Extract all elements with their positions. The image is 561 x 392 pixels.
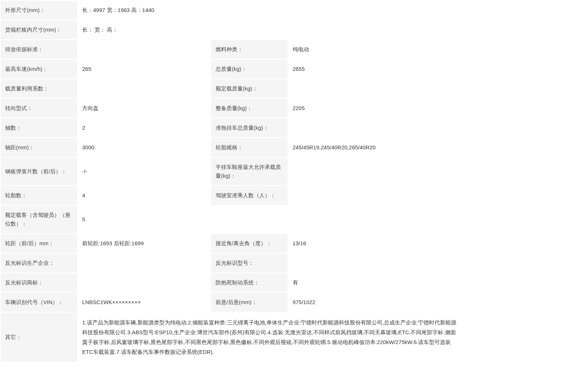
- value-max-speed: 265: [78, 60, 211, 78]
- label-cargo-dimensions: 货箱栏板内尺寸(mm)：: [1, 20, 77, 39]
- table-row: 轴数： 2 准拖挂车总质量(kg)：: [1, 118, 465, 137]
- table-row: 货箱栏板内尺寸(mm)： 长： 宽： 高：: [1, 20, 465, 39]
- label-fuel-type: 燃料种类：: [211, 40, 288, 59]
- vehicle-spec-table: 外形尺寸(mm)： 长：4997 宽：1963 高：1440 货箱栏板内尺寸(m…: [0, 0, 465, 363]
- value-reflector-brand: [78, 273, 211, 292]
- value-approach-angle: 13/16: [288, 234, 465, 253]
- table-row: 其它： 1.该产品为新能源车辆,新能源类型为纯电动.2.储能装置种类:三元锂离子…: [1, 312, 465, 362]
- value-other: 1.该产品为新能源车辆,新能源类型为纯电动.2.储能装置种类:三元锂离子电池,单…: [78, 312, 465, 362]
- label-overhang: 前悬/后悬(mm)：: [211, 293, 288, 312]
- value-dimensions: 长：4997 宽：1963 高：1440: [78, 1, 465, 20]
- table-row: 排放依据标准： 燃料种类： 纯电动: [1, 40, 465, 59]
- value-cargo-dimensions: 长： 宽： 高：: [78, 20, 465, 39]
- label-dimensions: 外形尺寸(mm)：: [1, 1, 77, 20]
- table-row: 车辆识别代号（VIN）： LNBSC1WK××××××××× 前悬/后悬(mm)…: [1, 293, 465, 312]
- label-emission-standard: 排放依据标准：: [1, 40, 77, 59]
- label-approach-angle: 接近角/离去角（度）：: [211, 234, 288, 253]
- value-load-factor: [78, 79, 211, 98]
- table-row: 转向型式： 方向盘 整备质量(kg)： 2205: [1, 99, 465, 118]
- value-fuel-type: 纯电动: [288, 40, 465, 59]
- label-cab-capacity: 驾驶室准乘人数（人）：: [211, 186, 288, 205]
- value-leaf-spring: -/-: [78, 158, 211, 185]
- value-reflector-maker: [78, 254, 211, 272]
- label-reflector-brand: 反光标识商标：: [1, 273, 77, 292]
- table-row: 外形尺寸(mm)： 长：4997 宽：1963 高：1440: [1, 1, 465, 20]
- value-track-width: 前轮距:1693 后轮距:1699: [78, 234, 211, 253]
- label-saddle-load: 半挂车鞍座最大允许承载质量(kg)：: [211, 158, 288, 185]
- label-trailer-mass: 准拖挂车总质量(kg)：: [211, 118, 288, 137]
- value-curb-weight: 2205: [288, 99, 465, 118]
- label-reflector-model: 反光标识型号：: [211, 254, 288, 272]
- value-total-mass: 2655: [288, 60, 465, 78]
- label-wheelbase: 轴距(mm)：: [1, 138, 77, 157]
- value-axle-count: 2: [78, 118, 211, 137]
- label-abs: 防抱死制动系统：: [211, 273, 288, 292]
- label-steering-type: 转向型式：: [1, 99, 77, 118]
- label-vin: 车辆识别代号（VIN）：: [1, 293, 77, 312]
- value-steering-type: 方向盘: [78, 99, 211, 118]
- label-other: 其它：: [1, 312, 77, 362]
- label-total-mass: 总质量(kg)：: [211, 60, 288, 78]
- label-reflector-maker: 反光标识生产企业：: [1, 254, 77, 272]
- value-abs: 有: [288, 273, 465, 292]
- value-overhang: 975/1022: [288, 293, 465, 312]
- label-max-speed: 最高车速(km/h)：: [1, 60, 77, 78]
- table-row: 轮胎数： 4 驾驶室准乘人数（人）：: [1, 186, 465, 205]
- label-rated-load: 额定载质量(kg)：: [211, 79, 288, 98]
- value-rated-passengers: 5: [78, 206, 465, 233]
- label-tire-spec: 轮胎规格：: [211, 138, 288, 157]
- value-tire-spec: 245/45R19,245/40R20,265/40R20: [288, 138, 465, 157]
- table-row: 最高车速(km/h)： 265 总质量(kg)： 2655: [1, 60, 465, 78]
- value-vin: LNBSC1WK×××××××××: [78, 293, 211, 312]
- label-tire-count: 轮胎数：: [1, 186, 77, 205]
- value-emission-standard: [78, 40, 211, 59]
- value-wheelbase: 3000: [78, 138, 211, 157]
- value-tire-count: 4: [78, 186, 211, 205]
- table-row: 轴距(mm)： 3000 轮胎规格： 245/45R19,245/40R20,2…: [1, 138, 465, 157]
- table-row: 轮距（前/后）mm： 前轮距:1693 后轮距:1699 接近角/离去角（度）：…: [1, 234, 465, 253]
- value-trailer-mass: [288, 118, 465, 137]
- label-curb-weight: 整备质量(kg)：: [211, 99, 288, 118]
- label-track-width: 轮距（前/后）mm：: [1, 234, 77, 253]
- value-cab-capacity: [288, 186, 465, 205]
- table-row: 额定载客（含驾驶员）（座位数）： 5: [1, 206, 465, 233]
- label-rated-passengers: 额定载客（含驾驶员）（座位数）：: [1, 206, 77, 233]
- table-row: 反光标识生产企业： 反光标识型号：: [1, 254, 465, 272]
- label-axle-count: 轴数：: [1, 118, 77, 137]
- table-row: 钢板弹簧片数（前/后）： -/- 半挂车鞍座最大允许承载质量(kg)：: [1, 158, 465, 185]
- label-leaf-spring: 钢板弹簧片数（前/后）：: [1, 158, 77, 185]
- value-rated-load: [288, 79, 465, 98]
- table-row: 载质量利用系数： 额定载质量(kg)：: [1, 79, 465, 98]
- label-load-factor: 载质量利用系数：: [1, 79, 77, 98]
- value-reflector-model: [288, 254, 465, 272]
- table-row: 反光标识商标： 防抱死制动系统： 有: [1, 273, 465, 292]
- value-saddle-load: [288, 158, 465, 185]
